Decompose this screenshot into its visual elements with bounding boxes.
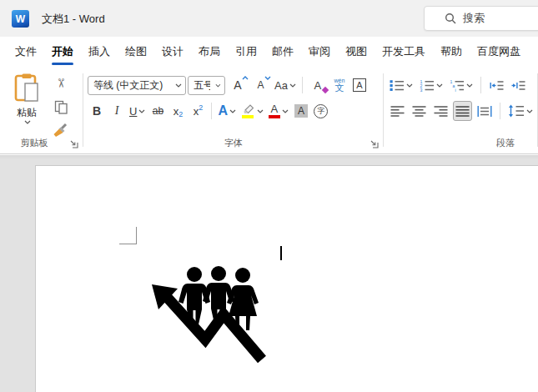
grow-font-button[interactable]: A — [227, 75, 249, 95]
margin-corner-mark — [119, 227, 137, 244]
justify-button[interactable] — [453, 101, 472, 121]
tab-draw[interactable]: 绘图 — [118, 37, 154, 67]
tab-layout[interactable]: 布局 — [191, 37, 228, 67]
eraser-icon — [322, 87, 329, 93]
paste-button[interactable]: 粘贴 — [7, 73, 47, 133]
change-case-letters: Aa — [274, 79, 288, 92]
tab-review[interactable]: 审阅 — [301, 37, 338, 67]
superscript-button[interactable]: x2 — [189, 101, 207, 121]
phonetic-guide-icon: wén 文 — [334, 78, 344, 93]
clear-formatting-letter: A — [314, 79, 322, 92]
tab-references[interactable]: 引用 — [228, 37, 264, 67]
font-size-combobox[interactable]: 五号 — [188, 76, 225, 95]
tab-design[interactable]: 设计 — [154, 37, 191, 67]
font-row-1: 等线 (中文正文) 五号 A A Aa — [88, 73, 380, 97]
text-effects-letter: A — [218, 103, 228, 118]
search-box[interactable]: 搜索 — [424, 6, 538, 31]
increase-indent-button[interactable] — [509, 75, 527, 95]
dialog-launcher-icon — [69, 139, 78, 148]
document-page[interactable] — [35, 165, 538, 392]
shrink-font-button[interactable]: A — [250, 75, 271, 95]
enclose-characters-button[interactable]: 字 — [312, 101, 330, 121]
text-effects-button[interactable]: A — [216, 101, 238, 121]
chevron-down-icon — [406, 83, 413, 88]
character-shading-button[interactable]: A — [292, 101, 310, 121]
font-color-icon: A — [269, 103, 280, 118]
strikethrough-button[interactable]: ab — [148, 101, 167, 121]
italic-button[interactable]: I — [108, 101, 126, 121]
font-color-letter: A — [271, 103, 279, 114]
document-title: 文档1 - Word — [42, 12, 105, 27]
tab-developer[interactable]: 开发工具 — [375, 37, 433, 67]
search-icon — [445, 13, 456, 24]
bullet-list-icon — [390, 79, 405, 92]
shrink-font-letter: A — [257, 79, 264, 91]
tab-mailings[interactable]: 邮件 — [264, 37, 301, 67]
tab-file[interactable]: 文件 — [8, 37, 44, 67]
clear-formatting-button[interactable]: A — [307, 75, 329, 95]
chevron-down-icon — [257, 109, 264, 113]
decrease-indent-button[interactable] — [487, 75, 505, 95]
chevron-down-icon — [289, 83, 296, 88]
distribute-text-icon — [477, 105, 492, 118]
superscript-mark: 2 — [199, 103, 203, 112]
tab-baidu-netdisk[interactable]: 百度网盘 — [470, 37, 528, 67]
distribute-text-button[interactable] — [475, 101, 494, 121]
tab-view[interactable]: 视图 — [338, 37, 375, 67]
character-border-letter: A — [353, 78, 365, 92]
underline-button[interactable]: U — [128, 101, 147, 121]
font-size-value: 五号 — [194, 78, 210, 93]
font-name-value: 等线 (中文正文) — [93, 78, 170, 93]
copy-button[interactable] — [50, 97, 72, 117]
align-center-button[interactable] — [410, 101, 428, 121]
document-canvas — [0, 155, 538, 392]
people-growth-arrow-clipart[interactable] — [151, 264, 268, 369]
clipboard-small-buttons: ✂ — [50, 73, 72, 140]
clipboard-dialog-launcher[interactable] — [68, 138, 79, 149]
chevron-down-icon — [138, 109, 145, 113]
paragraph-row-2 — [388, 99, 535, 123]
paste-clipboard-icon — [13, 73, 40, 103]
bold-button[interactable]: B — [88, 101, 106, 121]
highlight-color-bar — [242, 115, 254, 118]
justify-icon — [455, 105, 470, 118]
cut-button[interactable]: ✂ — [50, 73, 72, 93]
align-left-button[interactable] — [388, 101, 406, 121]
numbering-button[interactable]: 1 2 3 — [418, 75, 445, 95]
scissors-icon: ✂ — [53, 78, 68, 89]
tab-home[interactable]: 开始 — [44, 37, 81, 67]
subscript-button[interactable]: x2 — [168, 101, 187, 121]
character-border-button[interactable]: A — [350, 75, 369, 95]
bullets-button[interactable] — [388, 75, 415, 95]
font-group: 等线 (中文正文) 五号 A A Aa — [83, 67, 384, 153]
line-spacing-button[interactable] — [506, 101, 535, 121]
dialog-launcher-icon — [370, 139, 379, 148]
subscript-mark: 2 — [178, 110, 183, 118]
paragraph-group-label: 段落 — [384, 137, 538, 149]
font-row-2: B I U ab x2 x2 — [88, 99, 380, 123]
tab-help[interactable]: 帮助 — [433, 37, 470, 67]
align-right-button[interactable] — [431, 101, 450, 121]
text-highlight-button[interactable] — [239, 101, 265, 121]
paste-label: 粘贴 — [17, 106, 37, 120]
grow-font-letter: A — [234, 78, 241, 92]
character-shading-letter: A — [294, 104, 308, 118]
phonetic-base-char: 文 — [334, 83, 344, 93]
chevron-down-icon — [436, 83, 443, 88]
separator — [480, 77, 481, 93]
word-app-icon: W — [12, 10, 29, 28]
bold-letter: B — [93, 104, 101, 118]
ribbon-tab-bar: 文件 开始 插入 绘图 设计 布局 引用 邮件 审阅 视图 开发工具 帮助 百度… — [0, 37, 538, 67]
multilevel-list-button[interactable]: 1 a i — [448, 75, 475, 95]
font-dialog-launcher[interactable] — [369, 138, 380, 149]
separator — [211, 103, 212, 119]
tab-insert[interactable]: 插入 — [81, 37, 118, 67]
change-case-button[interactable]: Aa — [273, 75, 298, 95]
word-window: W 文档1 - Word 搜索 文件 开始 插入 绘图 设计 布局 引用 邮件 … — [0, 0, 538, 392]
phonetic-guide-button[interactable]: wén 文 — [330, 75, 349, 95]
caret-up-icon — [242, 76, 249, 80]
titlebar: W 文档1 - Word 搜索 — [0, 0, 538, 37]
italic-letter: I — [115, 104, 119, 118]
font-name-combobox[interactable]: 等线 (中文正文) — [88, 76, 186, 95]
font-color-button[interactable]: A — [267, 101, 290, 121]
